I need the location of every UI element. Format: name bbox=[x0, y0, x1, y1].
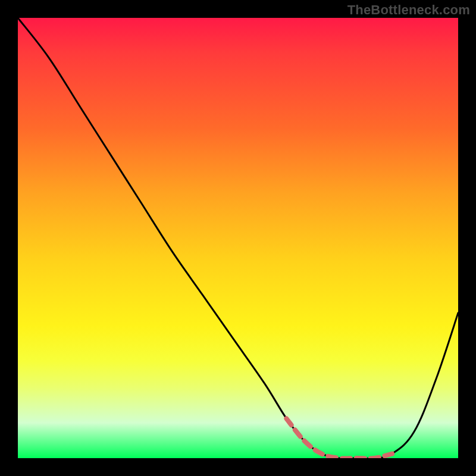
watermark-text: TheBottleneck.com bbox=[347, 2, 470, 18]
chart-frame: TheBottleneck.com bbox=[0, 0, 476, 476]
chart-svg bbox=[18, 18, 458, 458]
bottleneck-curve bbox=[18, 18, 458, 458]
